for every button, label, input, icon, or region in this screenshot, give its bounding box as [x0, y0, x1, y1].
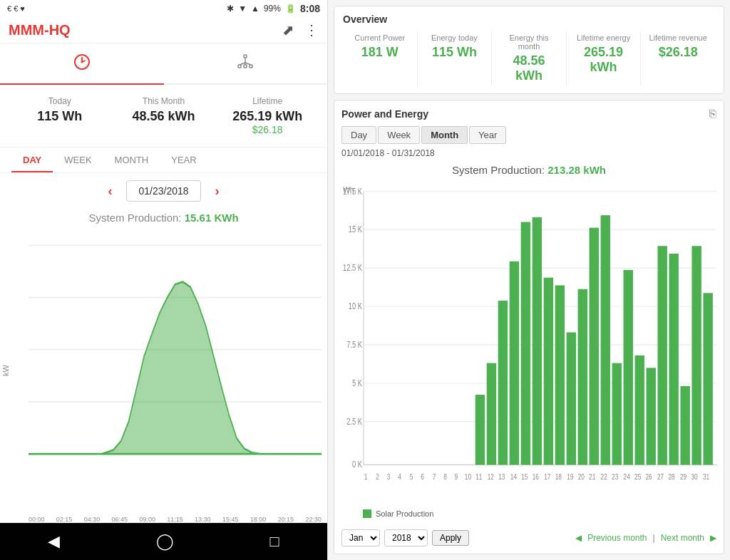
overview-title: Overview	[343, 14, 715, 25]
svg-text:12: 12	[488, 472, 494, 480]
copy-icon[interactable]: ⎘	[709, 108, 716, 120]
metric-lifetime-energy: Lifetime energy 265.19 kWh	[567, 31, 642, 86]
bar-20	[578, 289, 587, 465]
prev-month-link[interactable]: Previous month	[587, 533, 647, 543]
bar-30	[692, 246, 701, 465]
home-btn[interactable]: ◯	[156, 532, 174, 551]
period-tab-year[interactable]: YEAR	[160, 147, 207, 172]
stat-lifetime-label: Lifetime	[219, 96, 316, 106]
prev-date-btn[interactable]: ‹	[108, 184, 112, 199]
pagination: ◀ Previous month | Next month ▶	[575, 533, 716, 543]
stat-today: Today 115 Wh	[11, 96, 108, 135]
period-tab-day[interactable]: DAY	[11, 147, 53, 172]
svg-text:28: 28	[669, 472, 675, 480]
svg-text:20: 20	[578, 472, 585, 480]
legend-label: Solar Production	[376, 509, 433, 518]
tab-month[interactable]: Month	[421, 126, 468, 144]
bar-14	[510, 261, 519, 465]
more-icon[interactable]: ⋮	[304, 21, 319, 38]
svg-text:5: 5	[410, 472, 413, 480]
tab-dashboard[interactable]	[0, 43, 164, 83]
svg-text:7: 7	[433, 472, 436, 480]
svg-text:18: 18	[555, 472, 562, 480]
bar-19	[567, 332, 576, 465]
web-dashboard-panel: Overview Current Power 181 W Energy toda…	[328, 0, 730, 560]
svg-text:15: 15	[521, 472, 528, 480]
svg-text:10: 10	[465, 472, 471, 480]
metric-lifetime-revenue-value: $26.18	[647, 45, 709, 60]
bar-15	[521, 222, 530, 465]
bar-22	[601, 215, 610, 465]
svg-text:29: 29	[680, 472, 687, 480]
metric-current-power-label: Current Power	[349, 33, 411, 42]
next-month-link[interactable]: Next month	[661, 533, 704, 543]
recents-btn[interactable]: □	[269, 532, 279, 551]
chart-footer: Jan 2018 Apply ◀ Previous month | Next m…	[341, 527, 716, 546]
svg-text:6: 6	[421, 472, 424, 480]
production-value-left: 15.61 KWh	[185, 212, 239, 224]
overview-metrics: Current Power 181 W Energy today 115 Wh …	[343, 31, 715, 86]
period-tabs: DAY WEEK MONTH YEAR	[0, 147, 327, 173]
metric-lifetime-revenue: Lifetime revenue $26.18	[641, 31, 715, 86]
month-select[interactable]: Jan	[341, 529, 380, 546]
metric-energy-month-label: Energy this month	[498, 33, 560, 51]
svg-text:27: 27	[657, 472, 664, 480]
toolbar-icons: ⬈ ⋮	[282, 21, 319, 38]
svg-text:16: 16	[533, 472, 539, 480]
metric-current-power-value: 181 W	[349, 45, 411, 60]
battery-percent: 99%	[264, 4, 281, 14]
svg-text:10 K: 10 K	[349, 301, 363, 311]
stat-lifetime-money: $26.18	[219, 124, 316, 135]
chart-legend: Solar Production	[341, 508, 716, 519]
signal-icon: ▲	[251, 4, 259, 14]
mobile-app-panel: € € ♥ ✱ ▼ ▲ 99% 🔋 8:08 MMM-HQ ⬈ ⋮	[0, 0, 328, 560]
bar-12	[487, 363, 496, 465]
metric-energy-today-label: Energy today	[423, 33, 486, 42]
metric-energy-today: Energy today 115 Wh	[418, 31, 493, 86]
apply-button[interactable]: Apply	[432, 530, 469, 546]
app-title: MMM-HQ	[9, 22, 71, 38]
tab-year[interactable]: Year	[469, 126, 506, 144]
overview-card: Overview Current Power 181 W Energy toda…	[334, 6, 724, 94]
svg-rect-7	[244, 65, 247, 68]
left-chart-area: kW 0.0 1.0 2.0 3.0	[0, 227, 327, 514]
stat-lifetime: Lifetime 265.19 kWh $26.18	[219, 96, 316, 135]
bluetooth-icon: ✱	[227, 4, 234, 14]
status-bar: € € ♥ ✱ ▼ ▲ 99% 🔋 8:08	[0, 0, 327, 17]
tab-network[interactable]	[164, 43, 328, 83]
metric-current-power: Current Power 181 W	[343, 31, 418, 86]
bar-31	[703, 293, 712, 465]
tab-week[interactable]: Week	[378, 126, 420, 144]
period-tab-month[interactable]: MONTH	[103, 147, 160, 172]
production-label-left: System Production: 15.61 KWh	[0, 209, 327, 227]
share-icon[interactable]: ⬈	[282, 21, 294, 38]
next-date-btn[interactable]: ›	[215, 184, 220, 199]
page-separator: |	[653, 533, 655, 543]
right-chart-container: Wh 17.5 K 15 K 12.5 K 10 K 7.5 K 5 K	[341, 182, 716, 508]
status-right: ✱ ▼ ▲ 99% 🔋 8:08	[227, 3, 320, 14]
svg-text:22: 22	[601, 472, 607, 480]
date-nav: ‹ 01/23/2018 ›	[0, 173, 327, 209]
svg-rect-6	[250, 65, 252, 68]
tab-day[interactable]: Day	[341, 126, 376, 144]
right-chart-svg: Wh 17.5 K 15 K 12.5 K 10 K 7.5 K 5 K	[341, 182, 716, 508]
system-production-value: 213.28 kWh	[548, 164, 606, 176]
svg-text:2.5 K: 2.5 K	[346, 417, 362, 426]
stats-row: Today 115 Wh This Month 48.56 kWh Lifeti…	[0, 85, 327, 147]
svg-text:19: 19	[567, 472, 573, 480]
bar-29	[680, 386, 689, 465]
svg-text:24: 24	[624, 472, 631, 480]
year-select[interactable]: 2018	[384, 529, 428, 546]
svg-text:2: 2	[376, 472, 379, 480]
bar-28	[669, 254, 678, 465]
svg-text:23: 23	[612, 472, 618, 480]
arrow-right-icon: ▶	[710, 533, 716, 543]
bar-13	[498, 301, 508, 465]
legend-color-box	[363, 509, 371, 518]
metric-lifetime-revenue-label: Lifetime revenue	[647, 33, 709, 42]
left-chart-svg: 0.0 1.0 2.0 3.0	[29, 232, 322, 493]
back-btn[interactable]: ◀	[48, 532, 60, 551]
svg-text:1: 1	[364, 472, 368, 480]
period-tab-week[interactable]: WEEK	[53, 147, 103, 172]
power-energy-card: Power and Energy ⎘ Day Week Month Year 0…	[334, 100, 724, 554]
